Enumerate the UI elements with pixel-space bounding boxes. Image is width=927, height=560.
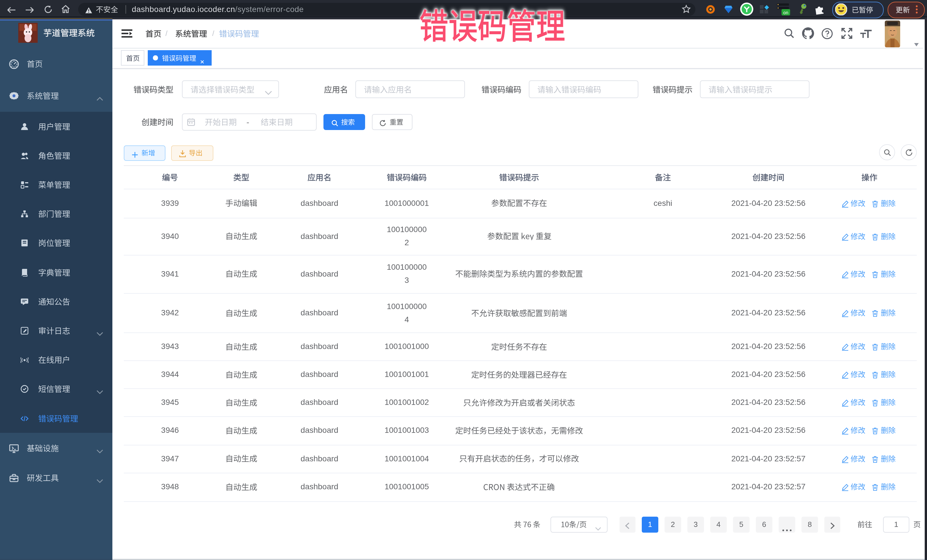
svg-text:on: on — [783, 10, 789, 15]
